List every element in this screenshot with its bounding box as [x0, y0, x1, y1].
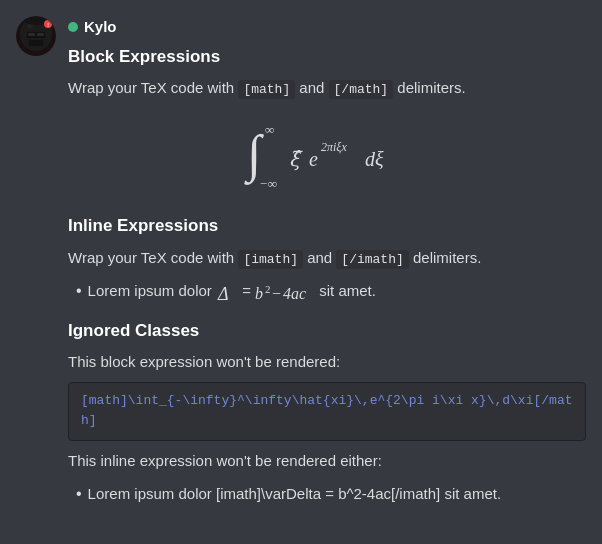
svg-rect-6	[29, 40, 43, 46]
ignored-desc1: This block expression won't be rendered:	[68, 350, 586, 374]
svg-text:−: −	[272, 285, 281, 302]
avatar: !	[16, 16, 56, 56]
svg-text:ξ̂: ξ̂	[289, 148, 303, 171]
math-block-integral: ∫ ∞ −∞ ξ̂ e 2πiξx dξ	[68, 116, 586, 196]
svg-text:∞: ∞	[265, 122, 274, 137]
ignored-bullet-item: Lorem ipsum dolor [imath]\varDelta = b^2…	[76, 481, 586, 507]
inline-desc-prefix: Wrap your TeX code with	[68, 249, 238, 266]
svg-point-10	[27, 24, 33, 28]
block-desc-prefix: Wrap your TeX code with	[68, 79, 238, 96]
ignored-bullet-text: Lorem ipsum dolor [imath]\varDelta = b^2…	[88, 482, 501, 506]
message-content: Kylo Block Expressions Wrap your TeX cod…	[68, 16, 586, 515]
status-area: Kylo	[68, 16, 117, 39]
inline-bullet-text: Lorem ipsum dolor Δ = b 2 − 4ac sit amet…	[88, 279, 376, 304]
username: Kylo	[84, 16, 117, 39]
svg-text:−∞: −∞	[259, 176, 277, 191]
integral-svg: ∫ ∞ −∞ ξ̂ e 2πiξx dξ	[237, 116, 417, 196]
inline-expressions-desc: Wrap your TeX code with [imath] and [/im…	[68, 246, 586, 271]
inline-connector: and	[307, 249, 336, 266]
inline-code1: [imath]	[238, 250, 303, 269]
inline-expressions-heading: Inline Expressions	[68, 212, 586, 239]
block-desc-suffix: delimiters.	[397, 79, 465, 96]
ignored-bullet-list: Lorem ipsum dolor [imath]\varDelta = b^2…	[68, 481, 586, 507]
equation-b2-4ac: b 2 − 4ac	[255, 281, 315, 305]
ignored-classes-heading: Ignored Classes	[68, 317, 586, 344]
block-connector: and	[299, 79, 328, 96]
block-code1: [math]	[238, 80, 295, 99]
inline-code2: [/imath]	[336, 250, 408, 269]
message-header: Kylo	[68, 16, 586, 39]
delta-symbol: Δ	[216, 282, 238, 304]
ignored-code-block: [math]\int_{-\infty}^\infty\hat{xi}\,e^{…	[68, 382, 586, 442]
online-indicator	[68, 22, 78, 32]
block-expressions-heading: Block Expressions	[68, 43, 586, 70]
svg-text:2πiξx: 2πiξx	[321, 140, 347, 154]
block-code2: [/math]	[329, 80, 394, 99]
svg-text:Δ: Δ	[217, 284, 229, 304]
svg-text:4ac: 4ac	[283, 285, 306, 302]
svg-text:b: b	[255, 285, 263, 302]
message-container: ! Kylo Block Expressions Wrap your TeX c…	[0, 0, 602, 523]
inline-bullet-list: Lorem ipsum dolor Δ = b 2 − 4ac sit amet…	[68, 278, 586, 304]
svg-text:2: 2	[265, 283, 271, 295]
block-expressions-desc: Wrap your TeX code with [math] and [/mat…	[68, 76, 586, 101]
inline-bullet-item: Lorem ipsum dolor Δ = b 2 − 4ac sit amet…	[76, 278, 586, 304]
inline-desc-suffix: delimiters.	[413, 249, 481, 266]
ignored-desc2: This inline expression won't be rendered…	[68, 449, 586, 473]
svg-rect-4	[28, 33, 35, 36]
message-body: Block Expressions Wrap your TeX code wit…	[68, 43, 586, 507]
svg-text:dξ: dξ	[365, 148, 384, 170]
svg-rect-5	[37, 33, 44, 36]
svg-text:e: e	[309, 148, 318, 170]
